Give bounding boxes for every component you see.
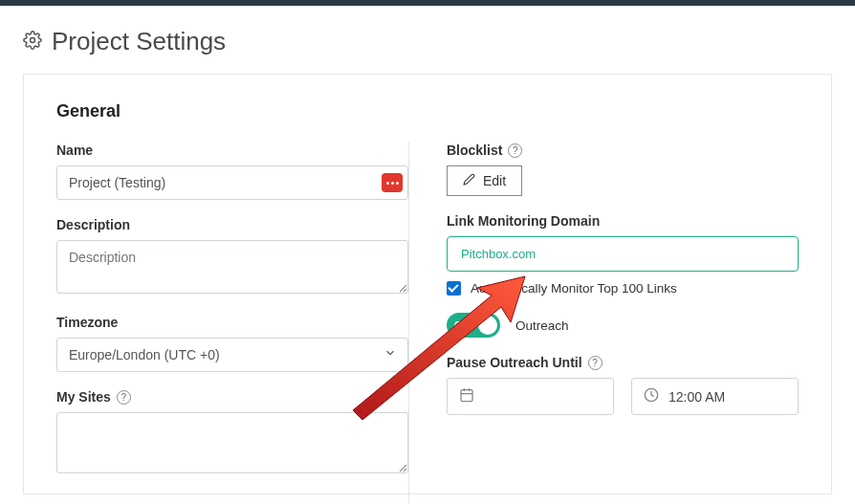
svg-rect-1 xyxy=(461,390,472,402)
page-header: Project Settings xyxy=(0,6,855,74)
name-input[interactable] xyxy=(56,165,408,200)
toggle-on-label: ON xyxy=(454,320,469,331)
monitoring-field: Link Monitoring Domain Automatically Mon… xyxy=(447,213,799,338)
edit-button-label: Edit xyxy=(483,173,506,188)
help-icon[interactable]: ? xyxy=(588,356,603,370)
left-column: Name Description Timezone Europe/London … xyxy=(56,142,408,494)
clock-icon xyxy=(644,387,659,405)
outreach-label: Outreach xyxy=(515,318,569,333)
auto-monitor-label: Automatically Monitor Top 100 Links xyxy=(471,281,677,296)
timezone-select-wrap: Europe/London (UTC +0) xyxy=(56,338,408,372)
section-title: General xyxy=(56,101,799,121)
pause-datetime-row: 12:00 AM xyxy=(447,378,799,415)
pause-label-text: Pause Outreach Until xyxy=(447,355,582,370)
pause-time-input[interactable]: 12:00 AM xyxy=(631,378,799,415)
pencil-icon xyxy=(463,173,475,188)
timezone-select[interactable]: Europe/London (UTC +0) xyxy=(56,338,408,372)
blocklist-field: Blocklist ? Edit xyxy=(447,142,799,196)
mysites-label-text: My Sites xyxy=(56,389,111,405)
gear-icon xyxy=(23,31,42,54)
auto-monitor-row: Automatically Monitor Top 100 Links xyxy=(447,281,799,296)
svg-point-0 xyxy=(31,37,35,42)
pause-time-value: 12:00 AM xyxy=(669,389,725,405)
blocklist-label: Blocklist ? xyxy=(447,142,799,158)
monitoring-domain-input[interactable] xyxy=(447,236,799,272)
outreach-toggle-row: ON Outreach xyxy=(447,313,799,338)
right-column: Blocklist ? Edit Link Monitoring Domain … xyxy=(447,142,799,494)
pause-date-input[interactable] xyxy=(447,378,614,415)
name-field: Name xyxy=(56,142,408,200)
page-title: Project Settings xyxy=(52,27,226,56)
description-field: Description xyxy=(56,217,408,297)
name-input-wrap xyxy=(56,165,408,200)
calendar-icon xyxy=(459,387,474,405)
pause-label: Pause Outreach Until ? xyxy=(447,355,799,370)
description-input[interactable] xyxy=(56,240,408,294)
column-divider xyxy=(408,142,409,504)
mysites-input[interactable] xyxy=(56,412,408,473)
timezone-field: Timezone Europe/London (UTC +0) xyxy=(56,315,408,372)
help-icon[interactable]: ? xyxy=(508,143,522,158)
description-label: Description xyxy=(56,217,408,232)
help-icon[interactable]: ? xyxy=(117,390,131,405)
settings-card: General Name Description Timezone xyxy=(23,74,832,494)
password-manager-icon[interactable] xyxy=(382,173,403,192)
columns: Name Description Timezone Europe/London … xyxy=(56,142,799,494)
mysites-field: My Sites ? xyxy=(56,389,408,477)
timezone-label: Timezone xyxy=(56,315,408,330)
edit-blocklist-button[interactable]: Edit xyxy=(447,165,522,196)
monitoring-label: Link Monitoring Domain xyxy=(447,213,799,229)
blocklist-label-text: Blocklist xyxy=(447,142,502,158)
auto-monitor-checkbox[interactable] xyxy=(447,281,461,296)
name-label: Name xyxy=(56,142,408,158)
outreach-toggle[interactable]: ON xyxy=(447,313,500,338)
pause-field: Pause Outreach Until ? 12:00 AM xyxy=(447,355,799,415)
mysites-label: My Sites ? xyxy=(56,389,408,405)
